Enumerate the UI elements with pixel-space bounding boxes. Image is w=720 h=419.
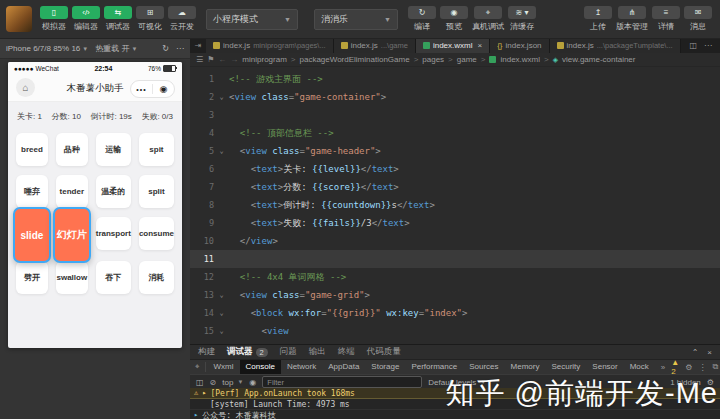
code-line[interactable]: 13⌄ <view class="game-grid"> <box>190 286 720 304</box>
device-select[interactable]: iPhone 6/7/8 85% 16▼ <box>6 44 88 53</box>
panel-tab-terminal[interactable]: 终端 <box>338 346 355 358</box>
code-line[interactable]: 12 <!-- 4x4 单词网格 --> <box>190 268 720 286</box>
code-line[interactable]: 8 <text>倒计时: {{countdown}}s</text> <box>190 196 720 214</box>
collapse-panel-icon[interactable]: ⌃ <box>692 348 699 357</box>
editor-button[interactable]: ‹/›编辑器 <box>72 6 100 32</box>
editor-tab[interactable]: index.jsminiprogram\pages\... <box>206 38 334 53</box>
code-line[interactable]: 9 <text>失败: {{fails}}/3</text> <box>190 214 720 232</box>
word-tile[interactable]: breed <box>16 133 48 166</box>
breadcrumb-item[interactable]: pages <box>422 55 444 64</box>
devtools-tab-console[interactable]: Console <box>240 360 281 374</box>
more-menu-icon[interactable]: ••• <box>131 86 152 93</box>
fold-chevron-icon[interactable]: ⌄ <box>214 147 229 155</box>
split-editor-icon[interactable]: ◫ <box>689 41 697 50</box>
code-line[interactable]: 7 <text>分数: {{score}}</text> <box>190 178 720 196</box>
close-panel-icon[interactable]: × <box>707 348 712 357</box>
messages-button[interactable]: ✉消息 <box>684 6 712 32</box>
word-tile[interactable]: swallow <box>56 261 88 294</box>
dock-side-icon[interactable]: ⧉ <box>712 362 718 372</box>
clear-cache-button[interactable]: ≋ ▾清缓存 <box>508 6 536 32</box>
word-tile-selected[interactable]: slide <box>13 207 51 263</box>
project-select[interactable]: 消消乐 ▼ <box>314 9 398 30</box>
word-tile[interactable]: 运输 <box>96 133 131 166</box>
fold-chevron-icon[interactable]: ⌄ <box>214 327 229 335</box>
code-line[interactable]: 5⌄ <view class="game-header"> <box>190 142 720 160</box>
refresh-icon[interactable]: ↻ <box>162 44 169 53</box>
debugger-button[interactable]: ⇆调试器 <box>104 6 132 32</box>
code-line[interactable]: 14⌄ <block wx:for="{{grid}}" wx:key="ind… <box>190 304 720 322</box>
user-avatar[interactable] <box>6 6 32 32</box>
code-area[interactable]: 1<!-- 游戏主界面 -->2⌄<view class="game-conta… <box>190 67 720 340</box>
breadcrumb-item[interactable]: game <box>457 55 477 64</box>
panel-tab-build[interactable]: 构建 <box>198 346 215 358</box>
devtools-tab-mock[interactable]: Mock <box>624 360 655 374</box>
breadcrumb-item[interactable]: view.game-container <box>562 55 635 64</box>
code-line[interactable]: 15⌄ <view <box>190 322 720 340</box>
devtools-tab-storage[interactable]: Storage <box>365 360 405 374</box>
devtools-tab-appdata[interactable]: AppData <box>322 360 365 374</box>
editor-tab[interactable]: index.wxml× <box>416 38 490 53</box>
filter-input[interactable] <box>262 376 422 388</box>
gear-icon[interactable]: ⚙ <box>685 363 692 372</box>
word-tile[interactable]: tender <box>56 175 88 208</box>
visualization-button[interactable]: ⊞可视化 <box>136 6 164 32</box>
word-tile[interactable]: spit <box>139 133 174 166</box>
code-line[interactable]: 11 <box>190 250 720 268</box>
expand-caret-icon[interactable]: ▸ <box>194 411 198 419</box>
breadcrumb-item[interactable]: packageWordEliminationGame <box>299 55 409 64</box>
panel-tab-code-quality[interactable]: 代码质量 <box>367 346 401 358</box>
context-select[interactable]: top ▼ <box>222 378 243 387</box>
more-icon[interactable]: ⋯ <box>176 44 184 53</box>
upload-button[interactable]: ↥上传 <box>584 6 612 32</box>
inspect-element-icon[interactable]: ⌖ <box>190 362 206 372</box>
devtools-tab-wxml[interactable]: Wxml <box>208 360 240 374</box>
back-icon[interactable]: ← <box>218 55 226 64</box>
details-button[interactable]: ≡详情 <box>652 6 680 32</box>
editor-tab[interactable]: {}index.json <box>490 38 549 53</box>
more-tabs-icon[interactable]: » <box>661 363 665 372</box>
editor-tab[interactable]: index.js...\game <box>334 38 416 53</box>
menu-icon[interactable]: ☰ <box>196 55 203 64</box>
code-line[interactable]: 6 <text>关卡: {{level}}</text> <box>190 160 720 178</box>
word-tile[interactable]: 温柔的 <box>96 175 131 208</box>
cloud-dev-button[interactable]: ☁云开发 <box>168 6 196 32</box>
console-sidebar-icon[interactable]: ◫ <box>196 378 204 387</box>
hot-reload-toggle[interactable]: 热重载 开▼ <box>95 43 137 54</box>
editor-tab[interactable]: index.js...\packageTumplate\... <box>550 38 681 53</box>
minimize-icon[interactable]: ◉ <box>153 84 174 94</box>
compile-button[interactable]: ↻编译 <box>408 6 436 32</box>
code-line[interactable]: 10 </view> <box>190 232 720 250</box>
panel-tab-debugger[interactable]: 调试器2 <box>227 346 268 358</box>
word-tile-selected[interactable]: 幻灯片 <box>53 207 91 263</box>
devtools-tab-security[interactable]: Security <box>545 360 586 374</box>
word-tile[interactable]: 消耗 <box>139 261 174 294</box>
panel-tab-problems[interactable]: 问题 <box>280 346 297 358</box>
simulator-button[interactable]: ▯模拟器 <box>40 6 68 32</box>
forward-icon[interactable]: → <box>230 55 238 64</box>
bookmark-icon[interactable]: ⚑ <box>207 55 214 64</box>
word-tile[interactable]: consume <box>139 217 174 250</box>
code-line[interactable]: 2⌄<view class="game-container"> <box>190 88 720 106</box>
word-tile[interactable]: 劈开 <box>16 261 48 294</box>
expand-caret-icon[interactable]: ▸ <box>202 389 206 397</box>
fold-chevron-icon[interactable]: ⌄ <box>214 291 229 299</box>
devtools-tab-sensor[interactable]: Sensor <box>586 360 623 374</box>
open-editors-icon[interactable]: ⇥ <box>190 38 206 53</box>
kebab-menu-icon[interactable]: ⋮ <box>698 363 706 372</box>
version-control-button[interactable]: ⋔版本管理 <box>616 6 648 32</box>
word-tile[interactable]: transport <box>96 217 131 250</box>
word-tile[interactable]: 吞下 <box>96 261 131 294</box>
fold-chevron-icon[interactable]: ⌄ <box>214 93 229 101</box>
fold-chevron-icon[interactable]: ⌄ <box>214 309 229 317</box>
eye-icon[interactable]: ◉ <box>249 378 256 387</box>
devtools-tab-memory[interactable]: Memory <box>505 360 546 374</box>
devtools-tab-performance[interactable]: Performance <box>405 360 463 374</box>
word-tile[interactable]: 唾弃 <box>16 175 48 208</box>
tab-close-icon[interactable]: × <box>477 41 482 50</box>
word-tile[interactable]: split <box>139 175 174 208</box>
breadcrumb-item[interactable]: miniprogram <box>242 55 286 64</box>
code-line[interactable]: 1<!-- 游戏主界面 --> <box>190 70 720 88</box>
word-tile[interactable]: 品种 <box>56 133 88 166</box>
code-line[interactable]: 4 <!-- 顶部信息栏 --> <box>190 124 720 142</box>
clear-console-icon[interactable]: ⊘ <box>210 378 217 387</box>
